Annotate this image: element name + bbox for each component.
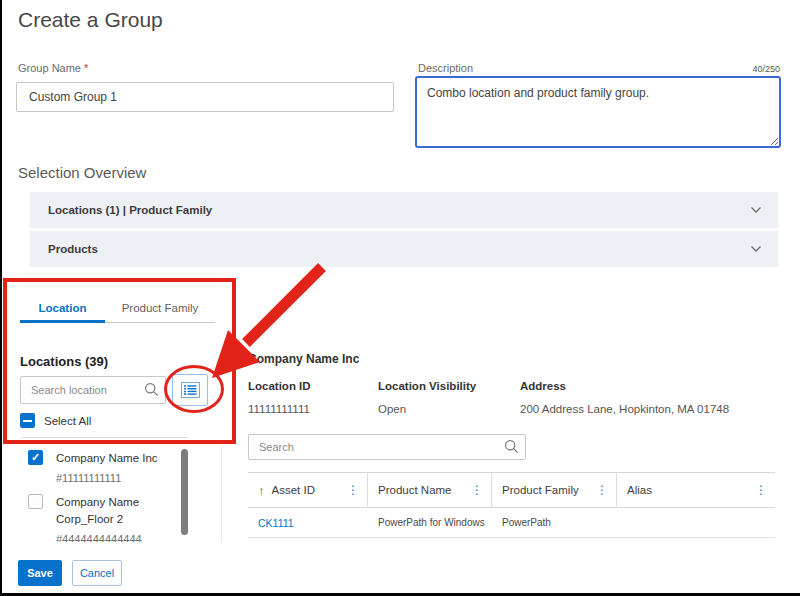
assets-table: ↑ Asset ID ⋮ Product Name ⋮ Product Fami… <box>248 472 775 538</box>
location-name: Company Name Corp_Floor 2 <box>56 494 174 528</box>
asset-search-input[interactable] <box>248 434 526 460</box>
required-asterisk: * <box>84 62 88 74</box>
indeterminate-checkbox-icon <box>20 413 35 428</box>
description-textarea[interactable]: Combo location and product family group. <box>415 76 781 148</box>
column-header-product-name[interactable]: Product Name ⋮ <box>368 473 492 507</box>
sort-ascending-icon[interactable]: ↑ <box>258 483 265 498</box>
save-button[interactable]: Save <box>18 560 62 586</box>
asset-search <box>248 434 526 460</box>
kebab-menu-icon[interactable]: ⋮ <box>755 483 767 497</box>
column-header-alias[interactable]: Alias ⋮ <box>617 473 775 507</box>
selector-tabs: Location Product Family <box>20 296 215 323</box>
divider <box>22 437 188 438</box>
location-search <box>20 376 166 404</box>
unchecked-checkbox-icon <box>28 494 43 509</box>
kebab-menu-icon[interactable]: ⋮ <box>596 483 608 497</box>
locations-count-heading: Locations (39) <box>20 354 108 369</box>
selection-overview-title: Selection Overview <box>18 164 146 181</box>
select-all-checkbox[interactable]: Select All <box>20 413 91 428</box>
tab-location[interactable]: Location <box>20 296 105 323</box>
chevron-down-icon <box>750 243 762 255</box>
location-id: #11111111111 <box>56 472 174 484</box>
screenshot-frame-left <box>0 0 2 596</box>
product-family-cell: PowerPath <box>492 517 617 528</box>
accordion-locations-product-family[interactable]: Locations (1) | Product Family <box>30 192 778 228</box>
detail-field-location-id: Location ID 11111111111 <box>248 380 311 415</box>
table-row: CK1111 PowerPath for Windows PowerPath <box>248 508 775 538</box>
character-counter: 40/250 <box>690 64 780 74</box>
location-list: ✓ Company Name Inc #11111111111 Company … <box>18 446 222 542</box>
asset-id-link[interactable]: CK1111 <box>248 517 368 529</box>
chevron-down-icon <box>750 204 762 216</box>
accordion-products[interactable]: Products <box>30 231 778 267</box>
company-name: Company Name Inc <box>248 352 359 366</box>
cancel-button[interactable]: Cancel <box>72 560 122 586</box>
list-view-button[interactable] <box>172 374 208 406</box>
search-icon <box>144 382 159 397</box>
location-name: Company Name Inc <box>56 450 174 467</box>
kebab-menu-icon[interactable]: ⋮ <box>471 483 483 497</box>
list-item[interactable]: ✓ Company Name Inc #11111111111 <box>28 450 174 484</box>
list-item[interactable]: Company Name Corp_Floor 2 #4444444444444 <box>28 494 174 542</box>
tab-product-family[interactable]: Product Family <box>105 296 215 323</box>
column-header-asset-id[interactable]: ↑ Asset ID ⋮ <box>248 473 368 507</box>
scrollbar-thumb[interactable] <box>181 449 188 535</box>
group-name-input[interactable] <box>16 82 394 112</box>
kebab-menu-icon[interactable]: ⋮ <box>347 483 359 497</box>
list-view-icon <box>181 382 200 398</box>
table-header-row: ↑ Asset ID ⋮ Product Name ⋮ Product Fami… <box>248 472 775 508</box>
group-name-label: Group Name * <box>18 62 88 74</box>
detail-field-address: Address 200 Address Lane, Hopkinton, MA … <box>520 380 729 415</box>
column-header-product-family[interactable]: Product Family ⋮ <box>492 473 617 507</box>
detail-field-visibility: Location Visibility Open <box>378 380 476 415</box>
page-title: Create a Group <box>18 8 163 32</box>
checked-checkbox-icon: ✓ <box>28 450 43 465</box>
product-name-cell: PowerPath for Windows <box>368 517 492 528</box>
description-label: Description <box>418 62 473 74</box>
create-group-dialog: Create a Group Group Name * Description … <box>0 0 800 596</box>
location-id: #4444444444444 <box>56 533 174 542</box>
search-icon <box>504 439 519 454</box>
